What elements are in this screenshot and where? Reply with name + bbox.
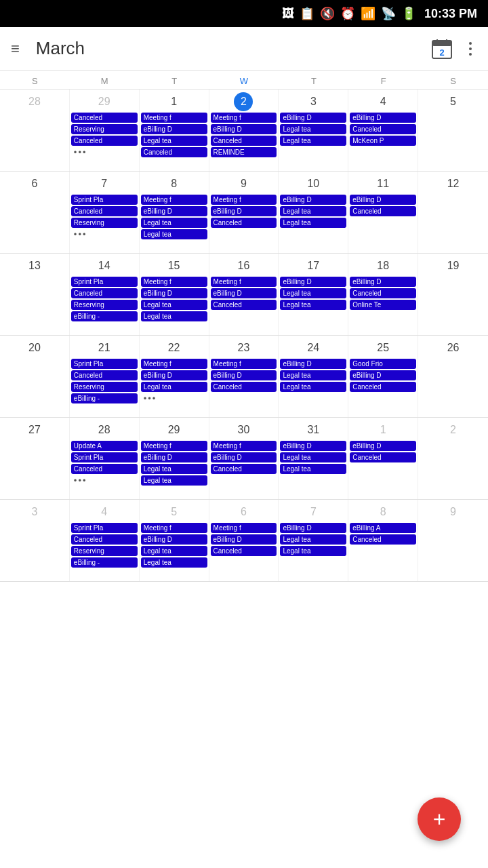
day-number[interactable]: 7 — [304, 502, 323, 521]
event-chip[interactable]: eBilling D — [211, 452, 277, 462]
day-number[interactable]: 23 — [234, 338, 253, 357]
event-chip[interactable]: Canceled — [211, 136, 277, 146]
event-chip[interactable]: Legal tea — [141, 464, 207, 474]
event-chip[interactable]: Canceled — [350, 534, 416, 545]
event-chip[interactable]: Canceled — [350, 124, 416, 134]
event-chip[interactable]: eBilling D — [280, 441, 346, 451]
event-chip[interactable]: eBilling D — [350, 441, 416, 451]
event-chip[interactable]: Legal tea — [141, 311, 207, 321]
event-chip[interactable]: eBilling - — [71, 393, 138, 403]
event-chip[interactable]: eBilling D — [211, 288, 277, 298]
event-chip[interactable]: eBilling D — [350, 370, 416, 380]
event-chip[interactable]: Meeting f — [211, 113, 277, 123]
day-number[interactable]: 22 — [165, 338, 184, 357]
event-chip[interactable]: Canceled — [71, 464, 138, 474]
event-chip[interactable]: Canceled — [350, 382, 416, 392]
day-number[interactable]: 5 — [444, 92, 463, 111]
event-chip[interactable]: Legal tea — [280, 370, 346, 380]
day-number[interactable]: 4 — [95, 502, 114, 521]
event-chip[interactable]: Reserving — [71, 218, 138, 228]
day-number[interactable]: 19 — [444, 256, 463, 275]
event-chip[interactable]: eBilling D — [141, 370, 207, 380]
event-chip[interactable]: Canceled — [141, 147, 207, 157]
event-chip[interactable]: Legal tea — [141, 136, 207, 146]
event-chip[interactable]: eBilling D — [280, 523, 346, 533]
event-chip[interactable]: Legal tea — [280, 300, 346, 310]
day-number[interactable]: 21 — [95, 338, 114, 357]
day-number[interactable]: 18 — [373, 256, 392, 275]
day-number[interactable]: 28 — [25, 92, 44, 111]
event-chip[interactable]: Meeting f — [211, 195, 277, 205]
event-chip[interactable]: Sprint Pla — [71, 359, 138, 369]
event-chip[interactable]: Canceled — [350, 206, 416, 216]
day-number[interactable]: 16 — [234, 256, 253, 275]
event-chip[interactable]: eBilling D — [211, 124, 277, 134]
event-chip[interactable]: Meeting f — [141, 441, 207, 451]
event-chip[interactable]: Legal tea — [280, 464, 346, 474]
event-chip[interactable]: REMINDE — [211, 147, 277, 157]
event-chip[interactable]: Canceled — [211, 546, 277, 556]
day-number[interactable]: 9 — [234, 174, 253, 193]
event-chip[interactable]: Legal tea — [141, 229, 207, 239]
event-chip[interactable]: Canceled — [211, 218, 277, 228]
event-chip[interactable]: eBilling D — [141, 288, 207, 298]
day-number[interactable]: 3 — [304, 92, 323, 111]
event-chip[interactable]: Legal tea — [280, 288, 346, 298]
day-number[interactable]: 2 — [234, 92, 253, 111]
day-number[interactable]: 30 — [234, 420, 253, 439]
more-events-button[interactable]: ••• — [71, 147, 138, 157]
more-events-button[interactable]: ••• — [141, 393, 207, 403]
event-chip[interactable]: eBilling D — [280, 277, 346, 287]
event-chip[interactable]: eBilling D — [141, 124, 207, 134]
day-number[interactable]: 1 — [373, 420, 392, 439]
event-chip[interactable]: Legal tea — [280, 382, 346, 392]
event-chip[interactable]: Meeting f — [141, 277, 207, 287]
menu-button[interactable]: ≡ — [11, 41, 20, 56]
day-number[interactable]: 3 — [25, 502, 44, 521]
day-number[interactable]: 13 — [25, 256, 44, 275]
event-chip[interactable]: Canceled — [350, 452, 416, 462]
event-chip[interactable]: Reserving — [71, 300, 138, 310]
day-number[interactable]: 20 — [25, 338, 44, 357]
event-chip[interactable]: Meeting f — [141, 359, 207, 369]
event-chip[interactable]: Canceled — [71, 206, 138, 216]
event-chip[interactable]: Sprint Pla — [71, 452, 138, 462]
day-number[interactable]: 29 — [95, 92, 114, 111]
event-chip[interactable]: eBilling - — [71, 557, 138, 568]
day-number[interactable]: 12 — [444, 174, 463, 193]
event-chip[interactable]: Canceled — [71, 370, 138, 380]
event-chip[interactable]: Meeting f — [141, 113, 207, 123]
event-chip[interactable]: eBilling D — [350, 113, 416, 123]
event-chip[interactable]: eBilling D — [280, 113, 346, 123]
event-chip[interactable]: eBilling D — [211, 206, 277, 216]
event-chip[interactable]: eBilling D — [280, 195, 346, 205]
event-chip[interactable]: Reserving — [71, 382, 138, 392]
day-number[interactable]: 10 — [304, 174, 323, 193]
event-chip[interactable]: Legal tea — [280, 546, 346, 556]
event-chip[interactable]: Meeting f — [211, 441, 277, 451]
event-chip[interactable]: Legal tea — [280, 218, 346, 228]
event-chip[interactable]: Legal tea — [141, 382, 207, 392]
day-number[interactable]: 5 — [165, 502, 184, 521]
event-chip[interactable]: eBilling A — [350, 523, 416, 533]
event-chip[interactable]: Good Frio — [350, 359, 416, 369]
today-button[interactable]: 2 — [426, 33, 458, 65]
event-chip[interactable]: Legal tea — [280, 534, 346, 545]
event-chip[interactable]: Meeting f — [211, 277, 277, 287]
event-chip[interactable]: Legal tea — [280, 206, 346, 216]
event-chip[interactable]: Legal tea — [141, 546, 207, 556]
day-number[interactable]: 6 — [25, 174, 44, 193]
event-chip[interactable]: eBilling - — [71, 311, 138, 321]
event-chip[interactable]: Legal tea — [141, 218, 207, 228]
day-number[interactable]: 6 — [234, 502, 253, 521]
event-chip[interactable]: Meeting f — [211, 359, 277, 369]
event-chip[interactable]: Legal tea — [280, 136, 346, 146]
event-chip[interactable]: eBilling D — [141, 534, 207, 545]
event-chip[interactable]: Canceled — [211, 300, 277, 310]
event-chip[interactable]: Meeting f — [141, 523, 207, 533]
event-chip[interactable]: Legal tea — [141, 557, 207, 568]
event-chip[interactable]: Reserving — [71, 124, 138, 134]
day-number[interactable]: 25 — [373, 338, 392, 357]
event-chip[interactable]: McKeon P — [350, 136, 416, 146]
day-number[interactable]: 2 — [444, 420, 463, 439]
